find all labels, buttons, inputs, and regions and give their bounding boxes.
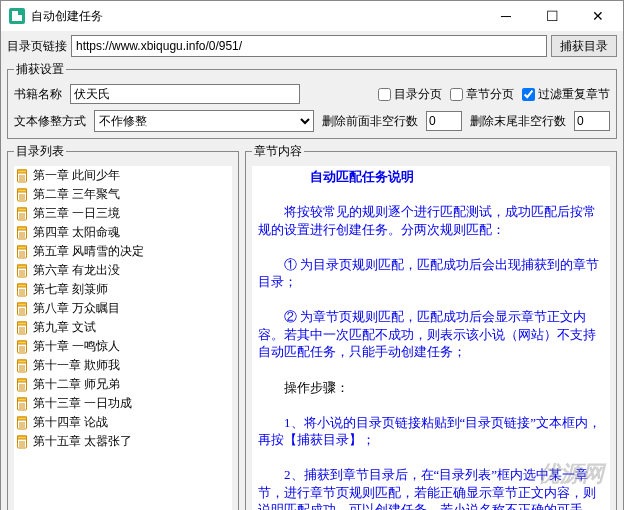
del-tail-label: 删除末尾非空行数	[470, 113, 566, 130]
url-input[interactable]	[71, 35, 547, 57]
list-item-label: 第四章 太阳命魂	[33, 224, 120, 241]
svg-rect-66	[18, 417, 27, 420]
svg-rect-71	[18, 436, 27, 439]
list-item-label: 第六章 有龙出没	[33, 262, 120, 279]
trim-select[interactable]: 不作修整	[94, 110, 314, 132]
svg-rect-41	[18, 322, 27, 325]
chapter-list-panel: 目录列表 第一章 此间少年第二章 三年聚气第三章 一日三境第四章 太阳命魂第五章…	[7, 143, 239, 510]
list-item-label: 第十一章 欺师我	[33, 357, 120, 374]
list-item[interactable]: 第三章 一日三境	[14, 204, 232, 223]
page-icon	[16, 302, 30, 316]
list-item[interactable]: 第十五章 太嚣张了	[14, 432, 232, 451]
titlebar: 自动创建任务 ─ ☐ ✕	[1, 1, 623, 31]
list-item-label: 第十二章 师兄弟	[33, 376, 120, 393]
maximize-button[interactable]: ☐	[529, 1, 575, 31]
main-window: 自动创建任务 ─ ☐ ✕ 目录页链接 捕获目录 捕获设置 书籍名称 目录分页 章…	[0, 0, 624, 510]
svg-rect-26	[18, 265, 27, 268]
panels: 目录列表 第一章 此间少年第二章 三年聚气第三章 一日三境第四章 太阳命魂第五章…	[7, 143, 617, 510]
page-icon	[16, 188, 30, 202]
chapter-list[interactable]: 第一章 此间少年第二章 三年聚气第三章 一日三境第四章 太阳命魂第五章 风晴雪的…	[14, 166, 232, 510]
page-icon	[16, 340, 30, 354]
list-item[interactable]: 第十章 一鸣惊人	[14, 337, 232, 356]
list-item-label: 第一章 此间少年	[33, 167, 120, 184]
url-row: 目录页链接 捕获目录	[7, 35, 617, 57]
list-item[interactable]: 第九章 文试	[14, 318, 232, 337]
list-item-label: 第三章 一日三境	[33, 205, 120, 222]
page-icon	[16, 416, 30, 430]
app-icon	[9, 8, 25, 24]
del-tail-spin[interactable]	[574, 111, 610, 131]
svg-rect-16	[18, 227, 27, 230]
list-item-label: 第二章 三年聚气	[33, 186, 120, 203]
del-front-spin[interactable]	[426, 111, 462, 131]
page-icon	[16, 169, 30, 183]
svg-rect-21	[18, 246, 27, 249]
catalog-page-checkbox[interactable]: 目录分页	[378, 86, 442, 103]
page-icon	[16, 226, 30, 240]
list-item[interactable]: 第一章 此间少年	[14, 166, 232, 185]
window-title: 自动创建任务	[31, 8, 483, 25]
list-item[interactable]: 第十四章 论战	[14, 413, 232, 432]
capture-settings: 捕获设置 书籍名称 目录分页 章节分页 过滤重复章节 文本修整方式 不作修整 删…	[7, 61, 617, 139]
book-name-input[interactable]	[70, 84, 300, 104]
list-item-label: 第九章 文试	[33, 319, 96, 336]
svg-rect-31	[18, 284, 27, 287]
capture-button[interactable]: 捕获目录	[551, 35, 617, 57]
page-icon	[16, 321, 30, 335]
minimize-button[interactable]: ─	[483, 1, 529, 31]
page-icon	[16, 378, 30, 392]
del-front-label: 删除前面非空行数	[322, 113, 418, 130]
list-item-label: 第十五章 太嚣张了	[33, 433, 132, 450]
page-icon	[16, 207, 30, 221]
list-item[interactable]: 第八章 万众瞩目	[14, 299, 232, 318]
list-item[interactable]: 第十二章 师兄弟	[14, 375, 232, 394]
list-item-label: 第五章 风晴雪的决定	[33, 243, 144, 260]
content-legend: 章节内容	[252, 143, 304, 160]
list-item-label: 第十四章 论战	[33, 414, 108, 431]
page-icon	[16, 359, 30, 373]
svg-rect-56	[18, 379, 27, 382]
list-item-label: 第十章 一鸣惊人	[33, 338, 120, 355]
close-button[interactable]: ✕	[575, 1, 621, 31]
svg-rect-46	[18, 341, 27, 344]
settings-legend: 捕获设置	[14, 61, 66, 78]
svg-rect-11	[18, 208, 27, 211]
svg-rect-6	[18, 189, 27, 192]
svg-rect-1	[18, 170, 27, 173]
svg-rect-51	[18, 360, 27, 363]
svg-rect-61	[18, 398, 27, 401]
list-item[interactable]: 第二章 三年聚气	[14, 185, 232, 204]
list-item-label: 第十三章 一日功成	[33, 395, 132, 412]
page-icon	[16, 397, 30, 411]
window-controls: ─ ☐ ✕	[483, 1, 621, 31]
content-panel: 章节内容 自动匹配任务说明 将按较常见的规则逐个进行匹配测试，成功匹配后按常规的…	[245, 143, 617, 510]
filter-dup-checkbox[interactable]: 过滤重复章节	[522, 86, 610, 103]
page-icon	[16, 435, 30, 449]
client-area: 目录页链接 捕获目录 捕获设置 书籍名称 目录分页 章节分页 过滤重复章节 文本…	[1, 31, 623, 510]
trim-label: 文本修整方式	[14, 113, 86, 130]
list-item[interactable]: 第十三章 一日功成	[14, 394, 232, 413]
list-legend: 目录列表	[14, 143, 66, 160]
list-item[interactable]: 第七章 刻箓师	[14, 280, 232, 299]
svg-rect-36	[18, 303, 27, 306]
url-label: 目录页链接	[7, 38, 67, 55]
list-item-label: 第八章 万众瞩目	[33, 300, 120, 317]
page-icon	[16, 283, 30, 297]
content-text[interactable]: 自动匹配任务说明 将按较常见的规则逐个进行匹配测试，成功匹配后按常规的设置进行创…	[252, 166, 610, 510]
list-item[interactable]: 第四章 太阳命魂	[14, 223, 232, 242]
page-icon	[16, 264, 30, 278]
list-item[interactable]: 第五章 风晴雪的决定	[14, 242, 232, 261]
list-item[interactable]: 第六章 有龙出没	[14, 261, 232, 280]
list-item-label: 第七章 刻箓师	[33, 281, 108, 298]
page-icon	[16, 245, 30, 259]
book-name-label: 书籍名称	[14, 86, 62, 103]
chapter-page-checkbox[interactable]: 章节分页	[450, 86, 514, 103]
list-item[interactable]: 第十一章 欺师我	[14, 356, 232, 375]
